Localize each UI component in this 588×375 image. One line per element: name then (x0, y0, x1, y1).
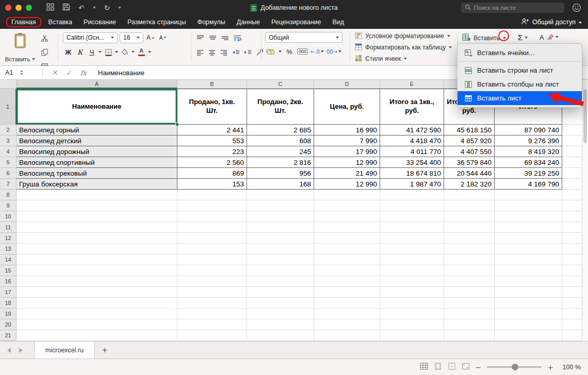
cell-E7[interactable]: 1 987 470 (380, 179, 444, 190)
cell-F14[interactable] (444, 254, 495, 265)
cell-E6[interactable]: 18 674 810 (380, 168, 444, 179)
row-header-1[interactable]: 1 (0, 89, 17, 125)
cell-E1[interactable]: Итого за 1кв., руб. (380, 89, 444, 125)
cell-C21[interactable] (247, 330, 314, 341)
cell-D15[interactable] (314, 265, 380, 276)
cell-B11[interactable] (177, 222, 247, 233)
cell-E8[interactable] (380, 190, 444, 200)
row-header-9[interactable]: 9 (0, 200, 17, 211)
cell-G21[interactable] (495, 330, 562, 341)
decrease-indent-button[interactable] (231, 47, 241, 58)
orientation-button[interactable] (254, 47, 265, 58)
cell-C14[interactable] (247, 254, 314, 265)
cut-button[interactable] (39, 32, 50, 44)
cell-B20[interactable] (177, 319, 247, 330)
cell-B13[interactable] (177, 244, 247, 254)
cell-C11[interactable] (247, 222, 314, 233)
cell-A7[interactable]: Груша боксерская (17, 179, 177, 190)
select-all-corner[interactable] (0, 80, 17, 89)
cell-C17[interactable] (247, 287, 314, 298)
currency-dropdown-icon[interactable] (279, 50, 282, 53)
align-right-icon[interactable] (219, 47, 229, 58)
currency-format-button[interactable] (265, 46, 276, 57)
row-header-12[interactable]: 12 (0, 233, 17, 244)
cell-D11[interactable] (314, 222, 380, 233)
row-header-3[interactable]: 3 (0, 135, 17, 146)
tab-data[interactable]: Данные (231, 17, 266, 27)
cell-D13[interactable] (314, 244, 380, 254)
cell-F8[interactable] (444, 190, 495, 200)
cell-E17[interactable] (380, 287, 444, 298)
cell-F21[interactable] (444, 330, 495, 341)
increase-decimal-button[interactable]: ←.0 (311, 49, 324, 55)
cell-E19[interactable] (380, 309, 444, 319)
cell-B2[interactable]: 2 441 (177, 125, 247, 135)
cell-C3[interactable]: 608 (247, 135, 314, 146)
search-input[interactable] (474, 5, 561, 11)
cell-A11[interactable] (17, 222, 177, 233)
cell-D6[interactable]: 21 490 (314, 168, 380, 179)
save-icon[interactable] (62, 3, 70, 13)
cell-F19[interactable] (444, 309, 495, 319)
full-screen-icon[interactable] (462, 363, 470, 372)
cell-G5[interactable]: 69 834 240 (495, 157, 562, 168)
cell-D14[interactable] (314, 254, 380, 265)
sheet-tab-microexcel[interactable]: microexcel.ru (34, 342, 95, 359)
cell-G8[interactable] (495, 190, 562, 200)
row-header-2[interactable]: 2 (0, 125, 17, 135)
zoom-level[interactable]: 100 % (559, 364, 581, 371)
toolbar-overflow-icon[interactable] (118, 7, 121, 9)
insert-function-icon[interactable]: fx (76, 69, 91, 77)
cell-F3[interactable]: 4 857 920 (444, 135, 495, 146)
cell-E20[interactable] (380, 319, 444, 330)
cell-G14[interactable] (495, 254, 562, 265)
cell-B3[interactable]: 553 (177, 135, 247, 146)
cell-B21[interactable] (177, 330, 247, 341)
cell-D5[interactable]: 12 990 (314, 157, 380, 168)
cell-E11[interactable] (380, 222, 444, 233)
cell-C6[interactable]: 956 (247, 168, 314, 179)
cell-B17[interactable] (177, 287, 247, 298)
close-window-button[interactable] (5, 5, 11, 11)
cell-E5[interactable]: 33 254 400 (380, 157, 444, 168)
cell-E2[interactable]: 41 472 590 (380, 125, 444, 135)
align-center-icon[interactable] (207, 47, 217, 58)
cell-A17[interactable] (17, 287, 177, 298)
bold-button[interactable]: Ж (63, 46, 73, 58)
cell-G6[interactable]: 39 219 250 (495, 168, 562, 179)
increase-font-size-button[interactable]: A (145, 32, 156, 43)
tab-formulas[interactable]: Формулы (191, 17, 231, 27)
cell-F18[interactable] (444, 298, 495, 309)
cell-E4[interactable]: 4 011 770 (380, 146, 444, 157)
zoom-in-button[interactable]: + (547, 363, 553, 371)
borders-dropdown-icon[interactable] (115, 51, 118, 53)
cell-B5[interactable]: 2 560 (177, 157, 247, 168)
cell-E15[interactable] (380, 265, 444, 276)
underline-dropdown-icon[interactable] (99, 51, 102, 53)
apps-grid-icon[interactable] (46, 3, 54, 13)
cell-C18[interactable] (247, 298, 314, 309)
cell-A20[interactable] (17, 319, 177, 330)
cell-D17[interactable] (314, 287, 380, 298)
cell-A16[interactable] (17, 276, 177, 287)
row-header-6[interactable]: 6 (0, 168, 17, 179)
cell-A21[interactable] (17, 330, 177, 341)
vertical-scrollbar[interactable] (582, 80, 588, 341)
cell-G20[interactable] (495, 319, 562, 330)
cell-G4[interactable]: 8 419 320 (495, 146, 562, 157)
cell-C7[interactable]: 168 (247, 179, 314, 190)
zoom-slider-thumb[interactable] (512, 364, 518, 370)
cell-A8[interactable] (17, 190, 177, 200)
cell-G12[interactable] (495, 233, 562, 244)
cell-A3[interactable]: Велосипед детский (17, 135, 177, 146)
cell-G9[interactable] (495, 200, 562, 211)
fill-color-button[interactable] (120, 46, 130, 58)
cell-D10[interactable] (314, 211, 380, 222)
row-header-19[interactable]: 19 (0, 309, 17, 319)
align-top-icon[interactable] (195, 32, 205, 43)
cell-A13[interactable] (17, 244, 177, 254)
cell-C19[interactable] (247, 309, 314, 319)
column-header-B[interactable]: B (177, 80, 247, 89)
comma-format-button[interactable]: 000 (297, 48, 308, 55)
row-header-16[interactable]: 16 (0, 276, 17, 287)
